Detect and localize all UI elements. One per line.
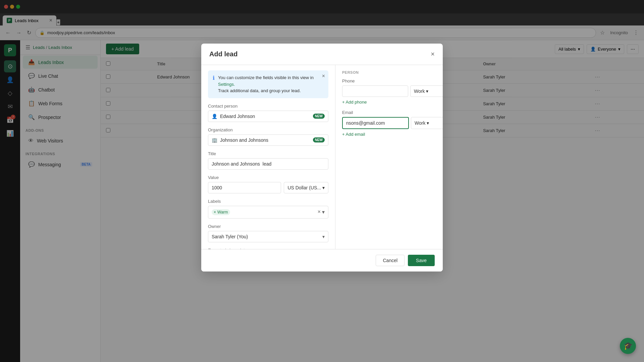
email-row: Work ▾ <box>342 117 436 129</box>
owner-group: Owner Sarah Tyler (You) ▾ <box>208 224 328 242</box>
info-text-main: You can customize the fields visible in … <box>218 75 314 80</box>
labels-chevron: ▾ <box>322 209 325 215</box>
add-phone-link[interactable]: + Add phone <box>342 100 436 105</box>
modal-footer: Cancel Save <box>201 249 443 272</box>
email-group: Email Work ▾ + Add email <box>342 110 436 137</box>
organization-label: Organization <box>208 127 328 132</box>
phone-type-chevron: ▾ <box>426 88 428 94</box>
info-text: You can customize the fields visible in … <box>218 74 324 94</box>
phone-group: Phone Work ▾ + Add phone <box>342 78 436 105</box>
label-tag-remove-icon[interactable]: × <box>214 210 216 215</box>
modal-header: Add lead × <box>201 44 443 65</box>
info-settings-link[interactable]: Settings. <box>218 82 235 87</box>
modal-right-panel: PERSON Phone Work ▾ + Add phone Em <box>335 65 443 249</box>
label-tag-warm: × Warm <box>212 209 230 215</box>
title-input[interactable] <box>208 158 328 170</box>
add-email-link[interactable]: + Add email <box>342 132 436 137</box>
owner-select[interactable]: Sarah Tyler (You) ▾ <box>208 231 328 242</box>
owner-chevron: ▾ <box>322 234 325 239</box>
labels-label: Labels <box>208 199 328 204</box>
owner-value: Sarah Tyler (You) <box>212 234 248 239</box>
save-button[interactable]: Save <box>408 255 435 266</box>
org-icon: 🏢 <box>212 137 217 143</box>
contact-person-label: Contact person <box>208 104 328 109</box>
phone-row: Work ▾ <box>342 85 436 97</box>
help-fab-icon: 🎓 <box>624 342 633 350</box>
phone-type-select[interactable]: Work ▾ <box>410 85 443 97</box>
info-icon: ℹ <box>213 75 215 94</box>
phone-input[interactable] <box>342 85 408 97</box>
value-row: US Dollar (US... ▾ <box>208 182 328 193</box>
value-amount-input[interactable] <box>208 182 281 193</box>
email-type-value: Work <box>415 120 425 126</box>
currency-value: US Dollar (US... <box>287 185 321 190</box>
phone-type-value: Work <box>414 88 425 94</box>
modal-left-panel: ℹ You can customize the fields visible i… <box>201 65 335 249</box>
modal-overlay: Add lead × ℹ You can customize the field… <box>0 0 644 362</box>
owner-label: Owner <box>208 224 328 229</box>
organization-value: Johnson and Johnsons <box>220 137 268 143</box>
email-type-chevron: ▾ <box>427 120 429 126</box>
contact-person-group: Contact person 👤 Edward Johnson NEW <box>208 104 328 122</box>
contact-person-field[interactable]: 👤 Edward Johnson NEW <box>208 111 328 122</box>
info-text-sub: Track additional data, and group your le… <box>218 88 301 93</box>
help-fab[interactable]: 🎓 <box>620 338 636 354</box>
title-group: Title <box>208 151 328 170</box>
labels-clear-icon: × <box>318 209 321 215</box>
modal-title: Add lead <box>209 50 237 58</box>
email-label: Email <box>342 110 436 115</box>
person-section-label: PERSON <box>342 70 436 74</box>
labels-clear-button[interactable]: × ▾ <box>318 209 325 215</box>
labels-field[interactable]: × Warm × ▾ <box>208 206 328 219</box>
labels-group: Labels × Warm × ▾ <box>208 199 328 219</box>
organization-group: Organization 🏢 Johnson and Johnsons NEW <box>208 127 328 146</box>
add-lead-modal: Add lead × ℹ You can customize the field… <box>201 44 443 272</box>
org-new-badge: NEW <box>313 137 325 142</box>
currency-select[interactable]: US Dollar (US... ▾ <box>284 182 328 193</box>
cancel-button[interactable]: Cancel <box>376 255 405 266</box>
value-group: Value US Dollar (US... ▾ <box>208 175 328 193</box>
value-label: Value <box>208 175 328 180</box>
contact-new-badge: NEW <box>313 114 325 119</box>
phone-label: Phone <box>342 78 436 83</box>
info-banner: ℹ You can customize the fields visible i… <box>208 70 328 98</box>
email-input[interactable] <box>342 117 409 129</box>
modal-close-button[interactable]: × <box>431 50 435 58</box>
title-label: Title <box>208 151 328 156</box>
organization-field[interactable]: 🏢 Johnson and Johnsons NEW <box>208 134 328 146</box>
label-tag-text: Warm <box>217 210 228 215</box>
modal-body: ℹ You can customize the fields visible i… <box>201 65 443 249</box>
contact-person-value: Edward Johnson <box>220 114 255 119</box>
currency-chevron: ▾ <box>322 185 325 190</box>
email-type-select[interactable]: Work ▾ <box>411 117 443 129</box>
info-banner-close[interactable]: × <box>322 73 325 79</box>
person-icon: 👤 <box>212 114 217 119</box>
